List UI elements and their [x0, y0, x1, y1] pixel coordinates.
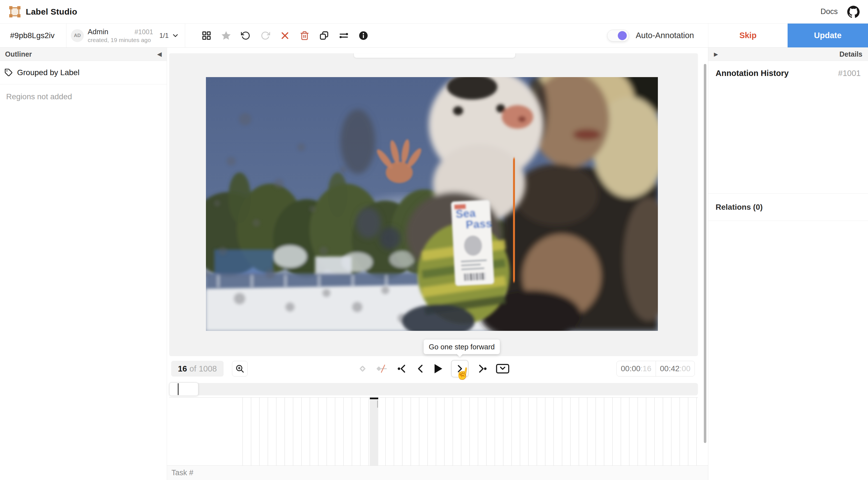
collapsed-top-panel[interactable]: [353, 53, 516, 58]
keyframe-interpolation-icon[interactable]: [375, 363, 389, 374]
app-title: Label Studio: [26, 7, 77, 17]
current-time: 00:00: [621, 364, 641, 373]
tooltip: Go one step forward: [424, 339, 500, 354]
current-time-frames: :16: [641, 364, 651, 373]
timeline-grid: [242, 397, 698, 466]
playhead-column[interactable]: [370, 397, 378, 466]
total-time: 00:42: [660, 364, 679, 373]
playhead-marker: [370, 397, 378, 399]
zoom-in-icon[interactable]: [232, 361, 248, 377]
annotation-history-header[interactable]: Annotation History #1001: [708, 61, 868, 78]
video-frame[interactable]: Sea Pass: [206, 77, 658, 331]
docs-link[interactable]: Docs: [820, 7, 838, 16]
annotation-pager[interactable]: 1/1: [159, 32, 179, 39]
prev-keyframe-icon[interactable]: [396, 363, 408, 374]
relations-icon[interactable]: [338, 29, 350, 42]
label-studio-logo-icon[interactable]: [8, 5, 21, 18]
auto-annotation-label: Auto-Annotation: [636, 31, 694, 40]
relations-label: Relations (0): [716, 203, 763, 212]
frames-timeline[interactable]: [169, 397, 698, 466]
relations-section-header[interactable]: Relations (0): [708, 193, 868, 221]
seek-track[interactable]: [169, 383, 698, 395]
task-id: #9pb8Lgs2iv: [0, 24, 66, 48]
app-header: Label Studio Docs: [0, 0, 868, 24]
playhead-tick: [377, 400, 378, 408]
main-content: Sea Pass Go one: [167, 48, 708, 480]
frame-total: 1008: [199, 364, 217, 373]
undo-icon[interactable]: [240, 29, 252, 42]
tooltip-text: Go one step forward: [429, 342, 495, 351]
annotation-id: #1001: [134, 28, 153, 36]
media-stage: Sea Pass: [169, 53, 698, 356]
annotation-toolbar: #9pb8Lgs2iv AD Admin #1001 created, 19 m…: [0, 24, 868, 48]
vertical-scrollbar[interactable]: [704, 64, 706, 443]
play-icon[interactable]: [432, 362, 444, 375]
delete-icon[interactable]: [299, 29, 311, 42]
time-display: 00:00:16 00:42:00: [616, 361, 695, 377]
regions-empty-message: Regions not added: [6, 92, 167, 101]
total-time-input[interactable]: 00:42:00: [656, 361, 695, 376]
expand-panel-icon[interactable]: ▶: [714, 51, 718, 58]
chevron-down-icon: [172, 32, 179, 39]
label-studio-app: Label Studio Docs #9pb8Lgs2iv AD Admin #…: [0, 0, 868, 480]
badge-text-line2: Pass: [465, 217, 492, 231]
redo-icon[interactable]: [259, 29, 272, 42]
player-buttons: ☝: [357, 356, 510, 381]
info-icon[interactable]: [357, 29, 370, 42]
annotation-pager-count: 1/1: [159, 32, 169, 39]
details-title: Details: [839, 50, 862, 58]
tag-icon: [4, 68, 13, 77]
star-icon[interactable]: [220, 29, 232, 42]
outliner-panel: Outliner ◀ Grouped by Label Regions not …: [0, 48, 167, 480]
skip-button[interactable]: Skip: [708, 24, 787, 48]
collapse-panel-icon[interactable]: ◀: [157, 51, 162, 58]
seek-position-marker: [178, 383, 179, 395]
annotation-selector[interactable]: AD Admin #1001 created, 19 minutes ago 1…: [66, 24, 185, 48]
reject-icon[interactable]: [279, 29, 291, 42]
grid-view-icon[interactable]: [200, 29, 213, 42]
group-by-label-text: Grouped by Label: [17, 68, 80, 77]
group-by-label-selector[interactable]: Grouped by Label: [0, 61, 167, 84]
duplicate-icon[interactable]: [318, 29, 330, 42]
task-footer: Task #: [167, 466, 708, 480]
step-forward-icon[interactable]: ☝: [451, 360, 468, 378]
annotation-author: Admin: [88, 28, 108, 36]
outliner-title: Outliner: [5, 50, 32, 58]
task-label: Task #: [172, 469, 193, 477]
current-time-input[interactable]: 00:00:16: [617, 361, 656, 376]
github-icon[interactable]: [847, 6, 860, 18]
toggle-knob: [618, 31, 627, 40]
timeline-minimap-icon[interactable]: [495, 362, 510, 375]
seek-thumb[interactable]: [169, 383, 198, 396]
auto-annotation-toggle[interactable]: [607, 30, 629, 41]
toolbar-icon-group: [185, 24, 370, 48]
annotation-created: created, 19 minutes ago: [88, 37, 153, 43]
frame-current: 16: [178, 364, 187, 373]
total-time-frames: :00: [679, 364, 690, 373]
avatar: AD: [71, 29, 84, 42]
annotation-history-id: #1001: [838, 69, 861, 78]
frame-separator: of: [189, 364, 196, 373]
update-button[interactable]: Update: [787, 24, 868, 48]
frame-counter-input[interactable]: 16 of 1008: [171, 361, 224, 377]
seekbar: [169, 383, 698, 396]
annotation-history-label: Annotation History: [716, 69, 789, 78]
playback-controls: 16 of 1008: [167, 356, 708, 381]
details-panel: ▶ Details Annotation History #1001 Relat…: [708, 48, 868, 480]
keyframe-add-icon[interactable]: [357, 363, 368, 374]
step-backward-icon[interactable]: [416, 363, 424, 374]
next-keyframe-icon[interactable]: [476, 363, 488, 374]
